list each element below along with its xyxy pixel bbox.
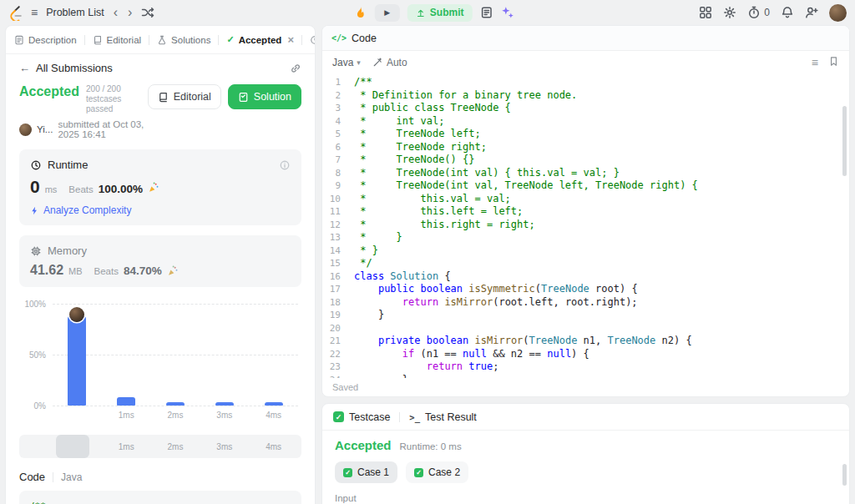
prev-problem-button[interactable]: ‹ [113, 6, 119, 19]
code-editor[interactable]: 1/**2 * Definition for a binary tree nod… [322, 74, 849, 378]
terminal-icon: >_ [409, 412, 420, 422]
tab-editorial[interactable]: Editorial [93, 35, 142, 45]
grid-apps-icon[interactable] [699, 6, 712, 19]
chart-plot-area: 1ms2ms3ms4ms [53, 304, 298, 406]
close-icon[interactable]: × [287, 33, 294, 46]
leetcode-logo-icon[interactable] [8, 5, 23, 21]
line-content: * public class TreeNode { [354, 102, 511, 115]
bar-3ms[interactable] [215, 402, 234, 406]
tab-code[interactable]: Code [352, 33, 377, 44]
streak-flame-icon[interactable] [354, 6, 367, 19]
problem-list-link[interactable]: Problem List [46, 7, 104, 18]
tab-divider [218, 35, 219, 45]
timer-button[interactable]: 0 [747, 6, 770, 19]
tab-label: Accepted [239, 35, 282, 45]
tab-testcase[interactable]: ✓ Testcase [333, 411, 390, 423]
line-number: 23 [322, 360, 354, 374]
code-line[interactable]: 6 * TreeNode right; [322, 141, 849, 154]
bar-4ms[interactable] [265, 402, 283, 406]
code-line[interactable]: 2 * Definition for a binary tree node. [322, 89, 849, 103]
y-tick-label: 100% [24, 300, 46, 309]
bar-1ms[interactable] [117, 397, 135, 406]
run-button[interactable]: ▶ [375, 4, 400, 22]
info-icon[interactable] [279, 159, 291, 171]
shuffle-icon[interactable] [141, 6, 154, 19]
line-content: */ [354, 257, 372, 270]
code-line[interactable]: 9 * TreeNode(int val, TreeNode left, Tre… [322, 179, 849, 193]
divider [53, 472, 53, 482]
runtime-card[interactable]: Runtime 0 ms Beats 100.00% Analyze Compl… [19, 149, 301, 225]
memory-card[interactable]: Memory 41.62 MB Beats 84.70% [19, 235, 301, 287]
line-number: 22 [322, 348, 354, 361]
tab-solutions[interactable]: Solutions [157, 35, 210, 45]
solution-button[interactable]: Solution [228, 84, 301, 109]
code-line[interactable]: 15 */ [322, 257, 849, 270]
upload-icon [416, 8, 426, 18]
code-line[interactable]: 11 * this.left = left; [322, 205, 849, 219]
code-line[interactable]: 17 public boolean isSymmetric(TreeNode r… [322, 283, 849, 296]
slider-handle[interactable] [56, 435, 89, 458]
code-line[interactable]: 21 private boolean isMirror(TreeNode n1,… [322, 335, 849, 348]
submission-summary: Accepted 200 / 200 testcases passed Yi..… [19, 84, 301, 139]
editor-scrollbar[interactable] [842, 106, 847, 176]
sparkles-icon[interactable] [501, 6, 514, 19]
code-line[interactable]: 14 * } [322, 244, 849, 258]
timer-value: 0 [764, 7, 770, 18]
runtime-range-slider[interactable]: 1ms2ms3ms4ms [19, 435, 301, 458]
code-line[interactable]: 8 * TreeNode(int val) { this.val = val; … [322, 167, 849, 180]
tab-accepted[interactable]: ✓Accepted× [226, 33, 294, 46]
code-line[interactable]: 10 * this.val = val; [322, 193, 849, 206]
chart-y-axis: 100%50%0% [19, 304, 46, 406]
code-line[interactable]: 22 if (n1 == null && n2 == null) { [322, 348, 849, 361]
case-chip-case-2[interactable]: ✓Case 2 [406, 461, 468, 483]
code-line[interactable]: 1/** [322, 76, 849, 89]
code-line[interactable]: 4 * int val; [322, 115, 849, 129]
editorial-icon [93, 35, 103, 45]
tab-test-result[interactable]: >_ Test Result [409, 411, 477, 423]
slider-tick-label: 2ms [168, 442, 184, 451]
book-icon [158, 92, 169, 103]
user-avatar[interactable] [829, 4, 847, 22]
bar-2ms[interactable] [166, 402, 185, 406]
copy-link-icon[interactable] [290, 63, 301, 74]
submit-button[interactable]: Submit [407, 4, 473, 22]
left-panel: DescriptionEditorialSolutions✓Accepted×S… [5, 25, 316, 504]
case-label: Case 2 [428, 466, 460, 478]
all-submissions-link[interactable]: All Submissions [36, 62, 113, 74]
console-header: ✓ Testcase >_ Test Result [322, 404, 849, 431]
code-line[interactable]: 19 } [322, 309, 849, 322]
code-line[interactable]: 7 * TreeNode() {} [322, 154, 849, 167]
line-number: 4 [322, 115, 354, 129]
code-line[interactable]: 16class Solution { [322, 270, 849, 284]
slider-tick-label: 1ms [119, 442, 134, 451]
language-selector[interactable]: Java ▾ [332, 57, 361, 68]
console-scrollbar[interactable] [842, 464, 847, 486]
bell-icon[interactable] [781, 6, 794, 19]
hamburger-icon[interactable]: ≡ [31, 7, 38, 18]
analyze-complexity-link[interactable]: Analyze Complexity [30, 204, 291, 216]
case-chip-case-1[interactable]: ✓Case 1 [335, 461, 397, 483]
tab-description[interactable]: Description [14, 35, 77, 45]
format-icon[interactable]: ≡ [812, 56, 818, 69]
bar-0ms[interactable] [68, 316, 86, 406]
gear-icon[interactable] [723, 6, 736, 19]
auto-toggle[interactable]: Auto [372, 57, 407, 68]
stopwatch-icon [747, 6, 761, 19]
code-line[interactable]: 13 * } [322, 231, 849, 244]
editorial-button[interactable]: Editorial [148, 84, 221, 109]
submitted-code-preview: /** * Definition for a binary tree node.… [19, 491, 301, 504]
code-line[interactable]: 23 return true; [322, 360, 849, 374]
topbar: ≡ Problem List ‹ › ▶ Submit [0, 0, 855, 25]
tab-submissions[interactable]: Submissions [310, 35, 315, 45]
code-line[interactable]: 12 * this.right = right; [322, 219, 849, 232]
code-line[interactable]: 5 * TreeNode left; [322, 128, 849, 141]
code-line[interactable]: 18 return isMirror(root.left, root.right… [322, 296, 849, 310]
code-line[interactable]: 20 [322, 322, 849, 335]
bookmark-icon[interactable] [828, 56, 839, 69]
next-problem-button[interactable]: › [127, 6, 133, 19]
line-content: public boolean isSymmetric(TreeNode root… [354, 283, 638, 296]
code-line[interactable]: 3 * public class TreeNode { [322, 102, 849, 115]
add-user-icon[interactable] [805, 6, 818, 19]
notes-icon[interactable] [480, 6, 493, 19]
back-icon[interactable]: ← [19, 62, 30, 74]
